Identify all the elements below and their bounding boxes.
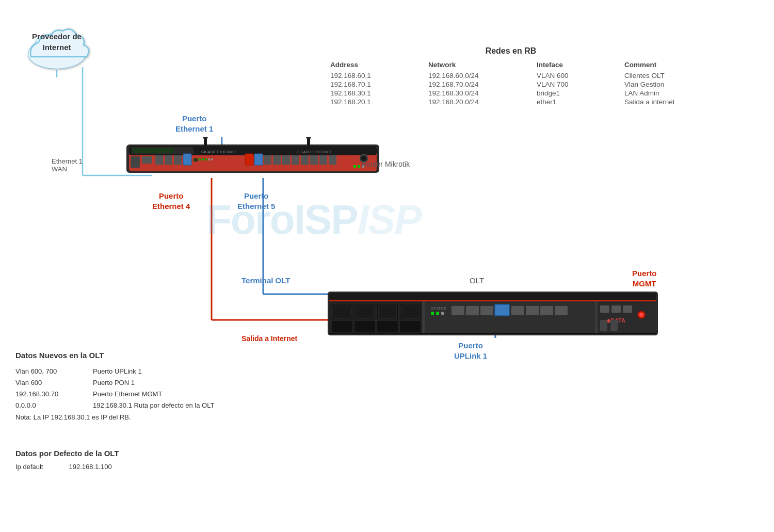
svg-text:STATUS: STATUS — [431, 306, 446, 311]
svg-rect-42 — [202, 158, 204, 160]
table-header-comment: Comment — [624, 61, 728, 69]
svg-rect-75 — [354, 321, 375, 332]
network-table-title: Redes en RB — [330, 46, 691, 56]
table-row: 192.168.30.1 — [330, 89, 423, 97]
table-row: VLAN 700 — [537, 80, 619, 88]
table-header-network: Network — [428, 61, 531, 69]
svg-rect-54 — [319, 155, 327, 165]
cloud-shape: Proveedor de Internet — [15, 15, 98, 77]
ethernet1-wan-label: Ethernet 1 WAN — [52, 157, 83, 173]
datos-defecto-row: Ip default 192.168.1.100 — [15, 463, 119, 471]
table-row: Salida a internet — [624, 98, 728, 106]
svg-rect-34 — [131, 156, 140, 168]
datos-nuevos-section: Datos Nuevos en la OLT Vlan 600, 700 Pue… — [15, 351, 232, 421]
svg-rect-81 — [436, 312, 439, 315]
svg-rect-59 — [358, 165, 360, 168]
svg-rect-90 — [555, 306, 568, 315]
svg-rect-48 — [264, 155, 271, 165]
router-device: GIGABIT ETHERNET GIGABIT ETHERNET — [126, 137, 379, 183]
datos-nuevos-nota: Nota: La IP 192.168.30.1 es IP del RB. — [15, 413, 232, 421]
svg-rect-77 — [400, 321, 421, 332]
svg-rect-86 — [495, 304, 509, 316]
ip-default-value: 192.168.1.100 — [69, 463, 112, 471]
datos-nuevos-title: Datos Nuevos en la OLT — [15, 351, 232, 360]
table-row: bridge1 — [537, 89, 619, 97]
svg-rect-45 — [211, 158, 213, 160]
datos-row: 192.168.30.70 Puerto Ethernet MGMT — [15, 389, 232, 400]
svg-rect-58 — [353, 165, 356, 168]
svg-rect-41 — [199, 158, 201, 160]
table-row: Vlan Gestion — [624, 80, 728, 88]
svg-rect-100 — [329, 333, 656, 334]
svg-rect-99 — [610, 320, 618, 331]
datos-nuevos-table: Vlan 600, 700 Puerto UPLink 1 Vlan 600 P… — [15, 366, 232, 411]
datos-row: 0.0.0.0 192.168.30.1 Ruta por defecto en… — [15, 400, 232, 411]
svg-rect-88 — [526, 306, 539, 315]
svg-point-96 — [639, 313, 643, 317]
table-row: 192.168.20.1 — [330, 98, 423, 106]
datos-defecto-section: Datos por Defecto de la OLT Ip default 1… — [15, 449, 119, 471]
ip-default-label: Ip default — [15, 463, 43, 471]
svg-rect-98 — [600, 320, 607, 331]
svg-rect-94 — [623, 305, 632, 313]
table-row: 192.168.60.1 — [330, 72, 423, 79]
svg-rect-55 — [329, 155, 336, 165]
datos-row: Vlan 600 Puerto PON 1 — [15, 377, 232, 389]
puerto-ethernet4-label: Puerto Ethernet 4 — [152, 191, 190, 211]
svg-rect-39 — [183, 154, 191, 165]
svg-rect-83 — [452, 306, 464, 315]
svg-rect-84 — [466, 306, 479, 315]
svg-rect-40 — [194, 158, 198, 162]
svg-rect-38 — [174, 155, 182, 165]
svg-rect-87 — [511, 306, 524, 315]
svg-rect-80 — [431, 312, 434, 315]
table-row: 192.168.20.0/24 — [428, 98, 531, 106]
svg-rect-73 — [401, 305, 420, 318]
svg-rect-67 — [333, 305, 351, 318]
table-header-interface: Inteface — [537, 61, 619, 69]
svg-rect-49 — [273, 155, 281, 165]
svg-rect-89 — [540, 306, 553, 315]
table-row: VLAN 600 — [537, 72, 619, 79]
svg-rect-71 — [378, 305, 397, 318]
salida-internet-label: Salida a Internet — [241, 334, 297, 343]
svg-rect-92 — [600, 305, 609, 313]
svg-rect-82 — [441, 312, 444, 315]
olt-device: STATUS ◆DATA — [328, 292, 658, 343]
svg-point-31 — [306, 137, 311, 139]
olt-label: OLT — [470, 276, 484, 285]
svg-rect-74 — [332, 321, 352, 332]
svg-rect-36 — [155, 155, 163, 165]
network-table: Address Network Inteface Comment 192.168… — [330, 61, 691, 106]
table-row: ether1 — [537, 98, 619, 106]
svg-rect-51 — [292, 155, 299, 165]
svg-rect-93 — [611, 305, 621, 313]
svg-text:GIGABIT ETHERNET: GIGABIT ETHERNET — [201, 150, 237, 154]
datos-defecto-title: Datos por Defecto de la OLT — [15, 449, 119, 458]
network-table-section: Redes en RB Address Network Inteface Com… — [330, 46, 691, 106]
table-row: LAN Admin — [624, 89, 728, 97]
table-row: 192.168.70.1 — [330, 80, 423, 88]
svg-rect-85 — [480, 306, 493, 315]
svg-rect-46 — [245, 154, 253, 165]
svg-rect-78 — [425, 301, 595, 334]
table-header-address: Address — [330, 61, 423, 69]
table-row: 192.168.70.0/24 — [428, 80, 531, 88]
router-mikrotik-label: Router Mikrotik — [361, 160, 410, 168]
svg-rect-47 — [254, 154, 263, 165]
svg-rect-44 — [208, 158, 210, 160]
svg-rect-69 — [356, 305, 374, 318]
table-row: 192.168.30.0/24 — [428, 89, 531, 97]
puerto-ethernet1-label: Puerto Ethernet 1 — [175, 114, 213, 134]
cloud-label: Proveedor de Internet — [15, 31, 98, 53]
table-row: 192.168.60.0/24 — [428, 72, 531, 79]
puerto-uplink-label: Puerto UPLink 1 — [454, 341, 487, 361]
svg-rect-27 — [133, 148, 174, 153]
svg-rect-63 — [329, 293, 656, 301]
svg-rect-64 — [329, 300, 656, 301]
puerto-ethernet5-label: Puerto Ethernet 5 — [237, 191, 275, 211]
svg-rect-53 — [310, 155, 318, 165]
svg-rect-37 — [165, 155, 172, 165]
svg-point-30 — [203, 137, 208, 139]
puerto-mgmt-label: Puerto MGMT — [632, 268, 657, 288]
